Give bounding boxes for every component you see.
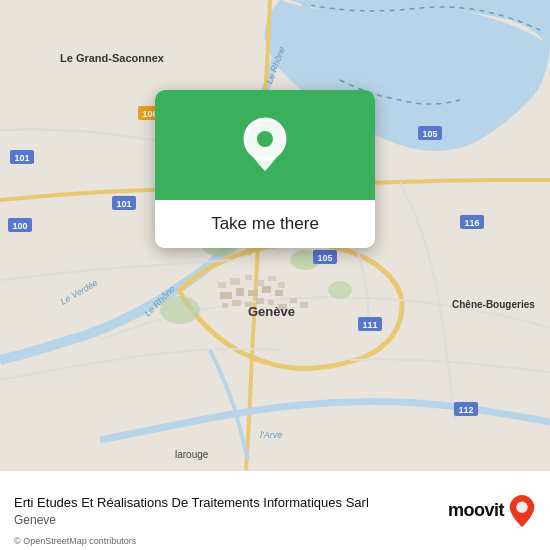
- moovit-logo: moovit: [448, 494, 536, 528]
- svg-text:105: 105: [317, 253, 332, 263]
- svg-rect-6: [278, 282, 285, 288]
- location-title: Erti Etudes Et Réalisations De Traitemen…: [14, 494, 448, 512]
- map-area: 106 101 101 100 105 105 116 111 112 Le G…: [0, 0, 550, 470]
- svg-rect-9: [248, 290, 258, 296]
- location-info: Erti Etudes Et Réalisations De Traitemen…: [14, 494, 448, 526]
- svg-text:116: 116: [464, 218, 479, 228]
- location-pin-icon: [241, 117, 289, 173]
- svg-text:101: 101: [14, 153, 29, 163]
- svg-rect-10: [262, 286, 271, 293]
- svg-text:111: 111: [362, 320, 377, 330]
- svg-rect-11: [275, 290, 283, 296]
- svg-point-53: [516, 501, 527, 512]
- svg-text:l'Arve: l'Arve: [260, 430, 282, 440]
- svg-text:100: 100: [12, 221, 27, 231]
- svg-text:Chêne-Bougeries: Chêne-Bougeries: [452, 299, 535, 310]
- svg-text:Genève: Genève: [248, 304, 295, 319]
- svg-rect-19: [300, 302, 308, 308]
- svg-rect-18: [290, 298, 297, 303]
- svg-rect-1: [218, 282, 226, 288]
- svg-text:105: 105: [422, 129, 437, 139]
- svg-rect-5: [268, 276, 276, 281]
- svg-rect-7: [220, 292, 232, 299]
- svg-rect-2: [230, 278, 240, 285]
- svg-text:larouge: larouge: [175, 449, 209, 460]
- svg-text:Le Grand-Saconnex: Le Grand-Saconnex: [60, 52, 165, 64]
- moovit-pin-icon: [508, 494, 536, 528]
- svg-rect-4: [255, 280, 264, 286]
- svg-point-52: [257, 131, 273, 147]
- moovit-text: moovit: [448, 500, 504, 521]
- location-card: Take me there: [155, 90, 375, 248]
- svg-text:101: 101: [116, 199, 131, 209]
- svg-rect-8: [236, 288, 244, 296]
- svg-rect-12: [222, 303, 228, 308]
- svg-text:112: 112: [458, 405, 473, 415]
- svg-rect-13: [232, 300, 241, 306]
- svg-rect-3: [245, 275, 252, 280]
- take-me-there-button[interactable]: Take me there: [155, 200, 375, 248]
- osm-attribution: © OpenStreetMap contributors: [14, 536, 136, 546]
- svg-point-23: [328, 281, 352, 299]
- card-header: [155, 90, 375, 200]
- location-subtitle: Geneve: [14, 513, 448, 527]
- bottom-info-bar: Erti Etudes Et Réalisations De Traitemen…: [0, 470, 550, 550]
